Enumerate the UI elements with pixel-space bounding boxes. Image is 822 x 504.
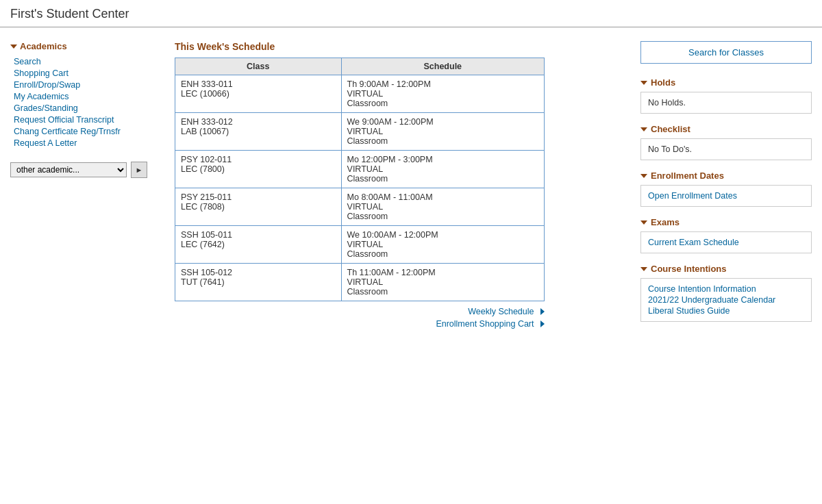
course-intentions-links: Course Intention Information 2021/22 Und…	[648, 284, 804, 316]
course-intentions-label: Course Intentions	[651, 264, 727, 274]
course-intentions-content: Course Intention Information 2021/22 Und…	[640, 278, 812, 322]
class-type: TUT (7641)	[181, 277, 225, 287]
academics-header: Academics	[10, 41, 161, 51]
undergraduate-calendar-link[interactable]: 2021/22 Undergraduate Calendar	[648, 295, 804, 305]
checklist-collapse-icon[interactable]	[640, 127, 647, 131]
table-row: PSY 102-011 LEC (7800) Mo 12:00PM - 3:00…	[175, 151, 545, 188]
weekly-schedule-link[interactable]: Weekly Schedule	[468, 307, 545, 316]
class-type: LEC (7808)	[181, 202, 225, 212]
class-info: PSY 215-011 LEC (7808)	[175, 188, 342, 226]
collapse-icon[interactable]	[10, 45, 17, 49]
sidebar-link-search[interactable]: Search	[14, 57, 161, 66]
holds-section: Holds No Holds.	[640, 77, 812, 114]
liberal-studies-guide-link[interactable]: Liberal Studies Guide	[648, 306, 804, 316]
class-info: SSH 105-012 TUT (7641)	[175, 264, 342, 301]
class-name: SSH 105-011	[181, 230, 232, 240]
left-sidebar: Academics Search Shopping Cart Enroll/Dr…	[10, 41, 161, 332]
class-schedule: We 9:00AM - 12:00PMVIRTUALClassroom	[341, 113, 544, 151]
table-row: ENH 333-012 LAB (10067) We 9:00AM - 12:0…	[175, 113, 545, 151]
checklist-section: Checklist No To Do's.	[640, 124, 812, 160]
class-info: PSY 102-011 LEC (7800)	[175, 151, 342, 188]
enrollment-dates-label: Enrollment Dates	[651, 171, 724, 181]
class-type: LAB (10067)	[181, 127, 229, 136]
exams-label: Exams	[651, 217, 680, 227]
center-content: This Week's Schedule Class Schedule ENH …	[175, 41, 627, 332]
current-exam-schedule-link[interactable]: Current Exam Schedule	[648, 238, 739, 247]
right-sidebar: Search for Classes Holds No Holds. Check…	[640, 41, 812, 332]
sidebar-link-shopping-cart[interactable]: Shopping Cart	[14, 68, 161, 78]
class-schedule: Th 9:00AM - 12:00PMVIRTUALClassroom	[341, 75, 544, 113]
course-intentions-collapse-icon[interactable]	[640, 267, 647, 271]
class-schedule: Mo 12:00PM - 3:00PMVIRTUALClassroom	[341, 151, 544, 188]
sidebar-link-enroll[interactable]: Enroll/Drop/Swap	[14, 80, 161, 90]
class-schedule: Th 11:00AM - 12:00PMVIRTUALClassroom	[341, 264, 544, 301]
exams-section: Exams Current Exam Schedule	[640, 217, 812, 253]
exams-collapse-icon[interactable]	[640, 220, 647, 225]
sidebar-link-certificate[interactable]: Chang Certficate Reg/Trnsfr	[14, 127, 161, 136]
holds-label: Holds	[651, 77, 675, 88]
enrollment-dates-section: Enrollment Dates Open Enrollment Dates	[640, 171, 812, 207]
class-name: SSH 105-012	[181, 268, 232, 277]
go-button[interactable]: ►	[131, 162, 147, 178]
table-row: PSY 215-011 LEC (7808) Mo 8:00AM - 11:00…	[175, 188, 545, 226]
checklist-content: No To Do's.	[640, 138, 812, 160]
sidebar-link-grades[interactable]: Grades/Standing	[14, 103, 161, 113]
search-for-classes-button[interactable]: Search for Classes	[640, 41, 812, 64]
checklist-label: Checklist	[651, 124, 690, 134]
class-type: LEC (10066)	[181, 89, 229, 99]
page-title: First's Student Center	[0, 0, 822, 27]
holds-content: No Holds.	[640, 92, 812, 114]
sidebar-link-letter[interactable]: Request A Letter	[14, 138, 161, 148]
sidebar-link-transcript[interactable]: Request Official Transcript	[14, 115, 161, 125]
other-academic-row: other academic... ►	[10, 162, 161, 178]
class-info: SSH 105-011 LEC (7642)	[175, 226, 342, 264]
arrow-right-icon	[540, 320, 545, 327]
arrow-right-icon	[540, 308, 545, 315]
academics-label: Academics	[20, 41, 67, 51]
exams-content: Current Exam Schedule	[640, 231, 812, 253]
open-enrollment-dates-link[interactable]: Open Enrollment Dates	[648, 191, 737, 201]
table-row: SSH 105-012 TUT (7641) Th 11:00AM - 12:0…	[175, 264, 545, 301]
class-info: ENH 333-011 LEC (10066)	[175, 75, 342, 113]
enrollment-dates-content: Open Enrollment Dates	[640, 185, 812, 207]
sidebar-link-my-academics[interactable]: My Academics	[14, 92, 161, 101]
enrollment-dates-collapse-icon[interactable]	[640, 174, 647, 178]
class-type: LEC (7800)	[181, 164, 225, 174]
course-intentions-section: Course Intentions Course Intention Infor…	[640, 264, 812, 322]
course-intention-info-link[interactable]: Course Intention Information	[648, 284, 804, 294]
enrollment-cart-link[interactable]: Enrollment Shopping Cart	[436, 319, 545, 329]
go-arrow-icon: ►	[136, 166, 143, 174]
class-info: ENH 333-012 LAB (10067)	[175, 113, 342, 151]
class-name: ENH 333-012	[181, 117, 233, 127]
col-header-class: Class	[175, 58, 342, 75]
other-academic-dropdown[interactable]: other academic...	[10, 162, 127, 177]
holds-collapse-icon[interactable]	[640, 81, 647, 85]
schedule-table: Class Schedule ENH 333-011 LEC (10066) T…	[175, 58, 545, 301]
class-name: ENH 333-011	[181, 79, 233, 89]
table-row: ENH 333-011 LEC (10066) Th 9:00AM - 12:0…	[175, 75, 545, 113]
schedule-footer-links: Weekly Schedule Enrollment Shopping Cart	[175, 307, 545, 329]
col-header-schedule: Schedule	[341, 58, 544, 75]
class-schedule: Mo 8:00AM - 11:00AMVIRTUALClassroom	[341, 188, 544, 226]
class-name: PSY 102-011	[181, 155, 232, 164]
class-schedule: We 10:00AM - 12:00PMVIRTUALClassroom	[341, 226, 544, 264]
schedule-title: This Week's Schedule	[175, 41, 627, 52]
sidebar-links: Search Shopping Cart Enroll/Drop/Swap My…	[14, 57, 161, 148]
class-type: LEC (7642)	[181, 240, 225, 249]
class-name: PSY 215-011	[181, 192, 232, 202]
table-row: SSH 105-011 LEC (7642) We 10:00AM - 12:0…	[175, 226, 545, 264]
